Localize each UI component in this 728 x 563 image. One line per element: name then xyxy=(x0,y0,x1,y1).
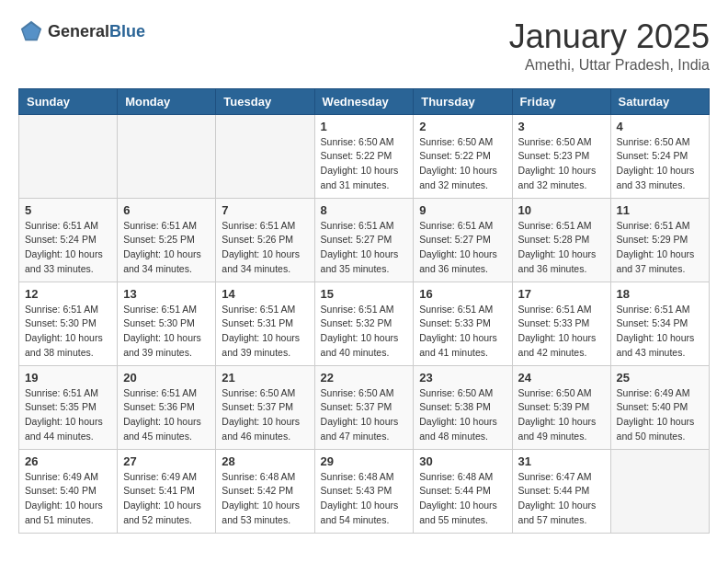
calendar-day-cell: 3Sunrise: 6:50 AMSunset: 5:23 PMDaylight… xyxy=(512,114,610,198)
calendar-day-cell: 16Sunrise: 6:51 AMSunset: 5:33 PMDayligh… xyxy=(414,282,512,365)
header-friday: Friday xyxy=(512,88,610,114)
header-sunday: Sunday xyxy=(19,88,118,114)
day-number: 26 xyxy=(25,454,111,468)
day-number: 16 xyxy=(419,287,506,301)
day-number: 4 xyxy=(617,120,703,133)
calendar-week-row: 5Sunrise: 6:51 AMSunset: 5:24 PMDaylight… xyxy=(19,198,710,282)
calendar-day-cell: 9Sunrise: 6:51 AMSunset: 5:27 PMDaylight… xyxy=(414,198,512,282)
day-number: 12 xyxy=(25,287,111,301)
day-number: 5 xyxy=(25,203,111,217)
logo-blue: Blue xyxy=(109,22,145,40)
calendar-day-cell: 24Sunrise: 6:50 AMSunset: 5:39 PMDayligh… xyxy=(512,365,610,449)
day-number: 21 xyxy=(222,371,308,385)
calendar-day-cell: 28Sunrise: 6:48 AMSunset: 5:42 PMDayligh… xyxy=(216,449,314,533)
calendar-day-cell xyxy=(610,449,709,533)
page-header: GeneralBlue January 2025 Amethi, Uttar P… xyxy=(18,18,710,74)
calendar-day-cell: 19Sunrise: 6:51 AMSunset: 5:35 PMDayligh… xyxy=(19,365,118,449)
day-info: Sunrise: 6:51 AMSunset: 5:28 PMDaylight:… xyxy=(518,219,605,277)
calendar-day-cell: 12Sunrise: 6:51 AMSunset: 5:30 PMDayligh… xyxy=(19,282,118,365)
day-number: 11 xyxy=(617,203,703,217)
calendar-day-cell: 23Sunrise: 6:50 AMSunset: 5:38 PMDayligh… xyxy=(414,365,512,449)
calendar-day-cell: 27Sunrise: 6:49 AMSunset: 5:41 PMDayligh… xyxy=(118,449,216,533)
calendar-day-cell: 20Sunrise: 6:51 AMSunset: 5:36 PMDayligh… xyxy=(118,365,216,449)
calendar-day-cell: 11Sunrise: 6:51 AMSunset: 5:29 PMDayligh… xyxy=(610,198,709,282)
day-info: Sunrise: 6:51 AMSunset: 5:29 PMDaylight:… xyxy=(617,219,703,277)
calendar-day-cell: 14Sunrise: 6:51 AMSunset: 5:31 PMDayligh… xyxy=(216,282,314,365)
day-number: 15 xyxy=(321,287,408,301)
day-number: 24 xyxy=(518,371,605,385)
calendar-day-cell: 17Sunrise: 6:51 AMSunset: 5:33 PMDayligh… xyxy=(512,282,610,365)
day-info: Sunrise: 6:51 AMSunset: 5:27 PMDaylight:… xyxy=(321,219,408,277)
calendar-day-cell: 30Sunrise: 6:48 AMSunset: 5:44 PMDayligh… xyxy=(414,449,512,533)
day-number: 27 xyxy=(123,454,210,468)
day-number: 2 xyxy=(419,120,506,133)
calendar-day-cell: 22Sunrise: 6:50 AMSunset: 5:37 PMDayligh… xyxy=(314,365,414,449)
calendar-week-row: 1Sunrise: 6:50 AMSunset: 5:22 PMDaylight… xyxy=(19,114,710,198)
calendar-day-cell xyxy=(118,114,216,198)
calendar-day-cell: 15Sunrise: 6:51 AMSunset: 5:32 PMDayligh… xyxy=(314,282,414,365)
calendar-week-row: 12Sunrise: 6:51 AMSunset: 5:30 PMDayligh… xyxy=(19,282,710,365)
day-info: Sunrise: 6:50 AMSunset: 5:39 PMDaylight:… xyxy=(518,386,605,444)
calendar-week-row: 26Sunrise: 6:49 AMSunset: 5:40 PMDayligh… xyxy=(19,449,710,533)
calendar-table: Sunday Monday Tuesday Wednesday Thursday… xyxy=(18,88,710,534)
calendar-day-cell: 5Sunrise: 6:51 AMSunset: 5:24 PMDaylight… xyxy=(19,198,118,282)
day-number: 28 xyxy=(222,454,308,468)
day-number: 23 xyxy=(419,371,506,385)
logo: GeneralBlue xyxy=(18,18,145,44)
header-thursday: Thursday xyxy=(414,88,512,114)
day-number: 18 xyxy=(617,287,703,301)
day-info: Sunrise: 6:47 AMSunset: 5:44 PMDaylight:… xyxy=(518,470,605,528)
day-number: 25 xyxy=(617,371,703,385)
day-info: Sunrise: 6:49 AMSunset: 5:40 PMDaylight:… xyxy=(25,470,111,528)
calendar-week-row: 19Sunrise: 6:51 AMSunset: 5:35 PMDayligh… xyxy=(19,365,710,449)
header-monday: Monday xyxy=(118,88,216,114)
calendar-day-cell: 31Sunrise: 6:47 AMSunset: 5:44 PMDayligh… xyxy=(512,449,610,533)
day-number: 3 xyxy=(518,120,605,133)
day-number: 22 xyxy=(321,371,408,385)
title-block: January 2025 Amethi, Uttar Pradesh, Indi… xyxy=(509,18,710,74)
day-number: 6 xyxy=(123,203,210,217)
day-info: Sunrise: 6:48 AMSunset: 5:42 PMDaylight:… xyxy=(222,470,308,528)
calendar-day-cell: 7Sunrise: 6:51 AMSunset: 5:26 PMDaylight… xyxy=(216,198,314,282)
calendar-day-cell xyxy=(19,114,118,198)
day-info: Sunrise: 6:51 AMSunset: 5:35 PMDaylight:… xyxy=(25,386,111,444)
calendar-day-cell: 13Sunrise: 6:51 AMSunset: 5:30 PMDayligh… xyxy=(118,282,216,365)
header-wednesday: Wednesday xyxy=(314,88,414,114)
calendar-day-cell: 10Sunrise: 6:51 AMSunset: 5:28 PMDayligh… xyxy=(512,198,610,282)
day-info: Sunrise: 6:50 AMSunset: 5:22 PMDaylight:… xyxy=(321,135,408,193)
calendar-day-cell: 21Sunrise: 6:50 AMSunset: 5:37 PMDayligh… xyxy=(216,365,314,449)
day-info: Sunrise: 6:50 AMSunset: 5:24 PMDaylight:… xyxy=(617,135,703,193)
calendar-day-cell: 2Sunrise: 6:50 AMSunset: 5:22 PMDaylight… xyxy=(414,114,512,198)
day-number: 19 xyxy=(25,371,111,385)
day-number: 1 xyxy=(321,120,408,133)
calendar-day-cell: 18Sunrise: 6:51 AMSunset: 5:34 PMDayligh… xyxy=(610,282,709,365)
day-number: 31 xyxy=(518,454,605,468)
calendar-header-row: Sunday Monday Tuesday Wednesday Thursday… xyxy=(19,88,710,114)
calendar-day-cell: 6Sunrise: 6:51 AMSunset: 5:25 PMDaylight… xyxy=(118,198,216,282)
day-info: Sunrise: 6:51 AMSunset: 5:36 PMDaylight:… xyxy=(123,386,210,444)
calendar-day-cell: 4Sunrise: 6:50 AMSunset: 5:24 PMDaylight… xyxy=(610,114,709,198)
day-info: Sunrise: 6:48 AMSunset: 5:44 PMDaylight:… xyxy=(419,470,506,528)
day-number: 9 xyxy=(419,203,506,217)
day-info: Sunrise: 6:50 AMSunset: 5:22 PMDaylight:… xyxy=(419,135,506,193)
day-info: Sunrise: 6:50 AMSunset: 5:37 PMDaylight:… xyxy=(321,386,408,444)
logo-general: General xyxy=(48,22,109,40)
day-number: 30 xyxy=(419,454,506,468)
day-info: Sunrise: 6:51 AMSunset: 5:33 PMDaylight:… xyxy=(518,303,605,361)
header-tuesday: Tuesday xyxy=(216,88,314,114)
day-info: Sunrise: 6:50 AMSunset: 5:37 PMDaylight:… xyxy=(222,386,308,444)
day-number: 8 xyxy=(321,203,408,217)
calendar-day-cell: 26Sunrise: 6:49 AMSunset: 5:40 PMDayligh… xyxy=(19,449,118,533)
day-number: 7 xyxy=(222,203,308,217)
day-info: Sunrise: 6:51 AMSunset: 5:27 PMDaylight:… xyxy=(419,219,506,277)
day-number: 20 xyxy=(123,371,210,385)
day-info: Sunrise: 6:50 AMSunset: 5:23 PMDaylight:… xyxy=(518,135,605,193)
calendar-day-cell: 1Sunrise: 6:50 AMSunset: 5:22 PMDaylight… xyxy=(314,114,414,198)
day-info: Sunrise: 6:51 AMSunset: 5:31 PMDaylight:… xyxy=(222,303,308,361)
calendar-day-cell: 8Sunrise: 6:51 AMSunset: 5:27 PMDaylight… xyxy=(314,198,414,282)
day-info: Sunrise: 6:51 AMSunset: 5:32 PMDaylight:… xyxy=(321,303,408,361)
day-info: Sunrise: 6:51 AMSunset: 5:24 PMDaylight:… xyxy=(25,219,111,277)
day-info: Sunrise: 6:49 AMSunset: 5:41 PMDaylight:… xyxy=(123,470,210,528)
calendar-day-cell: 29Sunrise: 6:48 AMSunset: 5:43 PMDayligh… xyxy=(314,449,414,533)
day-info: Sunrise: 6:51 AMSunset: 5:30 PMDaylight:… xyxy=(25,303,111,361)
